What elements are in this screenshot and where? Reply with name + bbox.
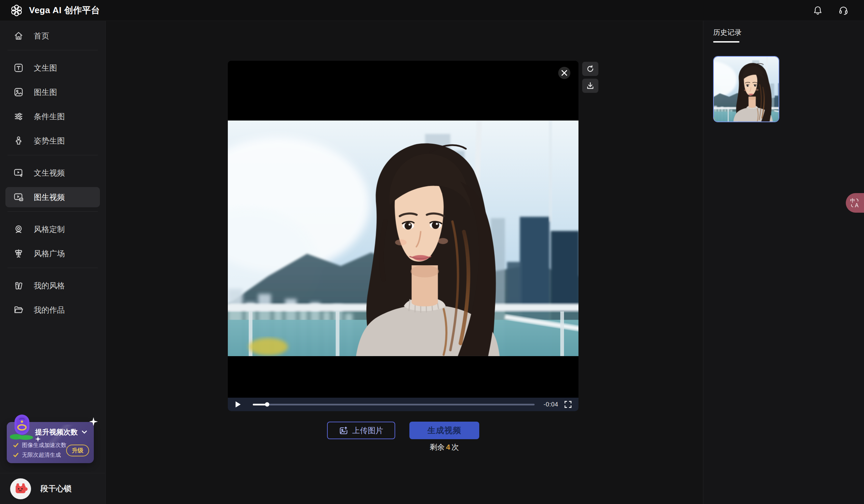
upload-image-button[interactable]: 上传图片	[327, 422, 395, 439]
remaining-count: 剩余4次	[409, 442, 479, 452]
sidebar-item-my-styles[interactable]: 我的风格	[5, 275, 100, 296]
sidebar-item-text-to-image[interactable]: 文生图	[5, 58, 100, 78]
app-logo-icon	[10, 4, 23, 17]
user-name: 段干心锁	[40, 483, 72, 494]
translate-tab[interactable]: 中 A	[846, 193, 864, 213]
chevron-down-icon[interactable]	[81, 429, 88, 435]
translate-icon: 中 A	[849, 197, 861, 209]
download-icon	[586, 82, 594, 90]
sidebar-item-pose-generation[interactable]: 姿势生图	[5, 131, 100, 151]
sidebar: 首页 文生图 图生图 条件生图	[0, 21, 106, 504]
sidebar-item-label: 图生图	[34, 87, 57, 98]
sidebar-item-label: 文生图	[34, 63, 57, 73]
sidebar-item-label: 我的作品	[34, 305, 65, 315]
sidebar-item-label: 我的风格	[34, 280, 65, 291]
svg-text:中: 中	[850, 197, 855, 203]
sidebar-item-label: 首页	[34, 31, 49, 41]
top-bar: Vega AI 创作平台	[0, 0, 864, 21]
sparkle-icon	[35, 436, 41, 443]
fullscreen-button[interactable]	[564, 401, 572, 408]
promo-feature-label: 无限次超清生成	[22, 451, 61, 459]
upgrade-promo-card[interactable]: 提升视频次数 图像生成加速次数 无限次超清生成	[7, 422, 94, 463]
letterbox-top	[228, 61, 578, 121]
sidebar-item-text-to-video[interactable]: 文生视频	[5, 163, 100, 183]
svg-text:A: A	[855, 203, 859, 208]
video-controls: -0:04	[228, 398, 578, 411]
sidebar-item-label: 图生视频	[34, 192, 65, 203]
sparkle-icon	[89, 417, 98, 427]
person-icon	[13, 135, 24, 146]
close-button[interactable]	[558, 67, 571, 79]
avatar[interactable]	[10, 478, 31, 499]
sidebar-item-conditional-generation[interactable]: 条件生图	[5, 106, 100, 127]
folder-icon	[13, 304, 24, 316]
refresh-icon	[586, 65, 594, 73]
lens-icon	[13, 224, 24, 235]
main-content: -0:04	[106, 21, 703, 504]
progress-thumb[interactable]	[265, 403, 269, 407]
divider	[8, 50, 98, 50]
history-thumbnail[interactable]	[713, 56, 779, 122]
sidebar-item-home[interactable]: 首页	[5, 26, 100, 46]
divider	[8, 211, 98, 212]
sidebar-item-label: 条件生图	[34, 111, 65, 122]
letterbox-bottom	[228, 356, 578, 398]
books-icon	[13, 280, 24, 291]
brand: Vega AI 创作平台	[10, 4, 100, 17]
divider	[8, 155, 98, 155]
sidebar-item-label: 姿势生图	[34, 136, 65, 146]
remaining-number: 4	[444, 443, 451, 451]
play-button[interactable]	[235, 401, 241, 408]
sidebar-item-style-customization[interactable]: 风格定制	[5, 219, 100, 239]
history-title: 历史记录	[713, 28, 742, 37]
sidebar-item-style-plaza[interactable]: 风格广场	[5, 243, 100, 264]
upload-image-icon	[339, 426, 348, 435]
support-button[interactable]	[838, 5, 849, 15]
sidebar-item-label: 风格定制	[34, 224, 65, 235]
text-video-icon	[13, 167, 24, 179]
progress-bar[interactable]	[253, 404, 535, 405]
sidebar-item-label: 风格广场	[34, 249, 65, 259]
text-image-icon	[13, 62, 24, 74]
headset-icon	[838, 5, 849, 15]
divider	[8, 268, 98, 268]
mascot-icon	[10, 412, 34, 442]
history-tab-underline	[713, 41, 740, 43]
download-button[interactable]	[582, 79, 598, 93]
history-panel: 历史记录	[703, 21, 864, 504]
check-icon	[13, 452, 19, 458]
video-player: -0:04	[228, 61, 578, 411]
image-video-icon	[13, 191, 24, 203]
signpost-icon	[13, 248, 24, 259]
app-title: Vega AI 创作平台	[29, 4, 100, 16]
sidebar-item-my-works[interactable]: 我的作品	[5, 300, 100, 320]
check-icon	[13, 442, 19, 448]
home-icon	[13, 30, 24, 41]
sidebar-item-label: 文生视频	[34, 168, 65, 178]
sidebar-item-image-to-video[interactable]: 图生视频	[5, 187, 100, 207]
image-icon	[13, 86, 24, 98]
generate-video-button[interactable]: 生成视频	[409, 422, 479, 439]
video-frame	[228, 121, 578, 356]
sidebar-item-image-to-image[interactable]: 图生图	[5, 82, 100, 102]
close-icon	[561, 70, 567, 76]
upload-image-label: 上传图片	[352, 425, 383, 436]
sliders-icon	[13, 111, 24, 122]
user-row: 段干心锁	[0, 473, 105, 504]
bell-icon	[813, 5, 823, 15]
regenerate-button[interactable]	[582, 62, 598, 76]
notifications-button[interactable]	[813, 5, 823, 15]
upgrade-button[interactable]: 升级	[66, 445, 89, 456]
time-remaining: -0:04	[543, 401, 558, 408]
